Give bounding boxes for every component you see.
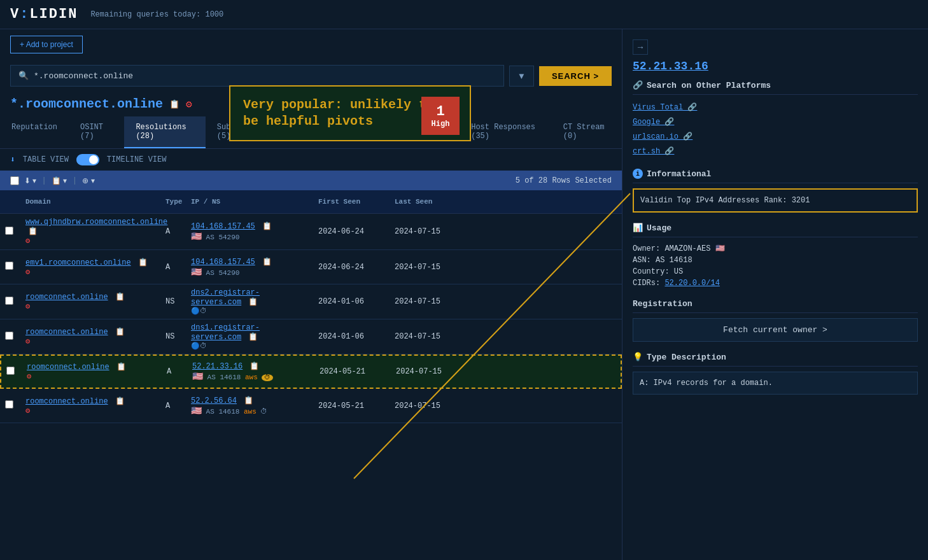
copy-icon[interactable]: 📋 xyxy=(115,397,125,406)
copy-icon[interactable]: 📋 xyxy=(138,258,148,267)
add-to-project-button[interactable]: + Add to project xyxy=(10,36,83,53)
right-ip[interactable]: 52.21.33.16 xyxy=(633,60,918,73)
row-first-seen: 2024-06-24 xyxy=(313,223,390,240)
warning-icon: ⚙ xyxy=(186,98,192,111)
row-check[interactable] xyxy=(0,258,20,276)
copy-icon[interactable]: 📋 xyxy=(115,293,125,302)
select-all-checkbox[interactable] xyxy=(10,176,19,185)
download-icon[interactable]: ⬇ xyxy=(10,155,15,165)
search-button[interactable]: SEARCH > xyxy=(539,66,612,86)
row-ip: 104.168.157.45 📋 🇺🇸 AS 54290 xyxy=(186,218,313,246)
copy-icon[interactable]: 📋 xyxy=(115,328,125,337)
filter-button[interactable]: ▼ xyxy=(509,66,534,87)
gear-icon: ⚙ xyxy=(25,337,155,346)
domain-bar: *.roomconnect.online 📋 ⚙ Very popular: u… xyxy=(0,92,622,116)
google-link[interactable]: Google 🔗 xyxy=(633,115,918,129)
registration-header: Registration xyxy=(633,299,918,313)
tab-osint[interactable]: OSINT (7) xyxy=(69,116,124,148)
collapse-right-panel-button[interactable]: → xyxy=(633,39,648,55)
type-desc-box: A: IPv4 records for a domain. xyxy=(633,372,918,395)
tooltip-badge: 1 High xyxy=(421,97,460,135)
cidr-link[interactable]: 52.20.0.0/14 xyxy=(664,279,719,288)
usage-icon: 📊 xyxy=(633,223,643,233)
row-asn: 🔵⏱ xyxy=(191,307,308,315)
gear-icon: ⚙ xyxy=(25,406,155,416)
row-check[interactable] xyxy=(0,396,20,415)
remaining-queries: Remaining queries today: 1000 xyxy=(90,10,223,19)
row-check[interactable] xyxy=(1,363,22,381)
table-row: www.qjhndbrw.roomconnect.online 📋 ⚙ A 10… xyxy=(0,214,622,250)
copy-icon2[interactable]: 📋 xyxy=(248,298,258,307)
search-icon: 🔍 xyxy=(18,71,29,81)
copy-icon[interactable]: 📋 xyxy=(28,227,38,236)
copy-icon[interactable]: 📋 xyxy=(169,99,179,109)
copy-icon2[interactable]: 📋 xyxy=(262,222,272,231)
right-panel: → 52.21.33.16 🔗 Search on Other Platform… xyxy=(622,29,928,560)
th-check xyxy=(0,195,20,208)
row-type: NS xyxy=(160,328,186,345)
gear-icon: ⚙ xyxy=(27,372,157,381)
copy-icon2[interactable]: 📋 xyxy=(248,333,258,342)
copy-icon2[interactable]: 📋 xyxy=(250,362,259,371)
copy-icon2[interactable]: 📋 xyxy=(244,396,253,405)
row-type: A xyxy=(160,259,186,276)
row-domain: roomconnect.online 📋 ⚙ xyxy=(20,323,160,350)
th-first-seen: First Seen xyxy=(313,195,390,208)
info-icon: i xyxy=(633,169,643,179)
row-last-seen: 2024-07-15 xyxy=(390,293,466,310)
tab-resolutions[interactable]: Resolutions (28) xyxy=(124,116,205,148)
virustotal-link[interactable]: Virus Total 🔗 xyxy=(633,100,918,115)
row-domain: roomconnect.online 📋 ⚙ xyxy=(20,393,160,419)
copy-selected-button[interactable]: 📋 ▾ xyxy=(52,176,67,185)
row-type: A xyxy=(160,223,186,240)
th-ip: IP / NS xyxy=(186,195,313,208)
row-actions xyxy=(467,368,537,375)
usage-country: Country: US xyxy=(633,266,918,277)
row-asn: 🔵⏱ xyxy=(191,342,308,350)
gear-icon: ⚙ xyxy=(25,236,155,246)
usage-owner: Owner: AMAZON-AES 🇺🇸 xyxy=(633,242,918,255)
row-first-seen: 2024-01-06 xyxy=(313,328,390,345)
selection-count: 5 of 28 Rows Selected xyxy=(516,176,612,185)
main-layout: + Add to project 🔍 ▼ SEARCH > *.roomconn… xyxy=(0,29,928,560)
left-panel: + Add to project 🔍 ▼ SEARCH > *.roomconn… xyxy=(0,29,622,560)
row-type: A xyxy=(162,363,187,380)
domain-title: *.roomconnect.online xyxy=(10,97,163,111)
add-selected-button[interactable]: ⊕ ▾ xyxy=(82,176,94,185)
fetch-current-owner-button[interactable]: Fetch current owner > xyxy=(633,318,918,342)
usage-header: 📊 Usage xyxy=(633,223,918,237)
add-bar: + Add to project xyxy=(0,29,622,60)
th-domain: Domain xyxy=(20,195,160,208)
row-actions xyxy=(466,228,536,235)
view-toggle[interactable] xyxy=(76,154,99,165)
row-domain: roomconnect.online 📋 ⚙ xyxy=(22,358,162,385)
search-input[interactable] xyxy=(34,71,496,81)
timeline-view-label: TIMELINE VIEW xyxy=(107,155,167,164)
divider: | xyxy=(41,176,46,185)
table-headers: Domain Type IP / NS First Seen Last Seen xyxy=(0,190,622,214)
type-desc-header: 💡 Type Description xyxy=(633,352,918,367)
tab-reputation[interactable]: Reputation xyxy=(0,116,69,148)
tab-host-responses[interactable]: Host Responses (35) xyxy=(460,116,552,148)
row-actions xyxy=(466,263,536,271)
selection-bar: ⬇ ▾ | 📋 ▾ | ⊕ ▾ 5 of 28 Rows Selected xyxy=(0,171,622,190)
th-actions xyxy=(466,195,536,208)
download-selected-button[interactable]: ⬇ ▾ xyxy=(24,176,36,185)
table-view-label: TABLE VIEW xyxy=(23,155,69,164)
crtsh-link[interactable]: crt.sh 🔗 xyxy=(633,144,918,158)
th-last-seen: Last Seen xyxy=(390,195,466,208)
table-row: roomconnect.online 📋 ⚙ NS dns2.registrar… xyxy=(0,284,622,319)
row-check[interactable] xyxy=(0,328,20,346)
tooltip-badge-label: High xyxy=(432,120,450,129)
gear-icon: ⚙ xyxy=(25,302,155,311)
tab-ct-stream[interactable]: CT Stream (0) xyxy=(552,116,622,148)
row-check[interactable] xyxy=(0,223,20,241)
informational-header: i Informational xyxy=(633,169,918,183)
copy-icon[interactable]: 📋 xyxy=(116,363,126,372)
copy-icon2[interactable]: 📋 xyxy=(262,258,272,267)
row-first-seen: 2024-01-06 xyxy=(313,293,390,310)
urlscan-link[interactable]: urlscan.io 🔗 xyxy=(633,129,918,144)
row-asn: 🇺🇸 AS 54290 xyxy=(191,231,308,242)
row-check[interactable] xyxy=(0,293,20,311)
row-ip: 52.21.33.16 📋 🇺🇸 AS 14618 aws ⏱ xyxy=(187,358,314,386)
